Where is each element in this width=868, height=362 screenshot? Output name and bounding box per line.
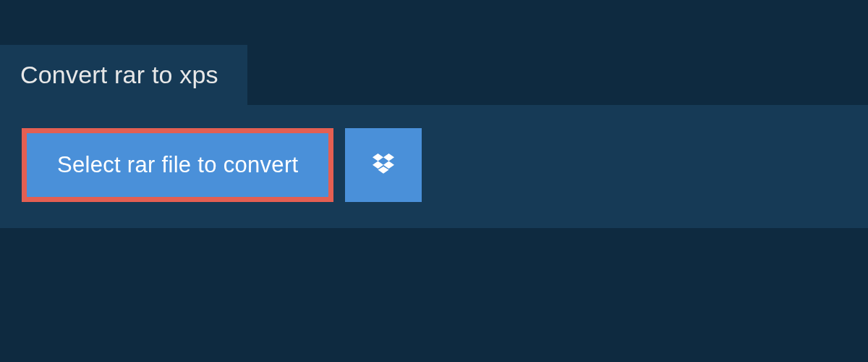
select-file-label: Select rar file to convert (57, 152, 298, 177)
tab-bar: Convert rar to xps (0, 45, 868, 105)
tab-convert[interactable]: Convert rar to xps (0, 45, 247, 105)
convert-panel: Select rar file to convert (0, 105, 868, 228)
dropbox-button[interactable] (345, 128, 422, 202)
page-remainder (0, 228, 868, 362)
select-file-button[interactable]: Select rar file to convert (22, 128, 333, 202)
dropbox-icon (370, 151, 396, 180)
tab-label: Convert rar to xps (20, 61, 218, 88)
